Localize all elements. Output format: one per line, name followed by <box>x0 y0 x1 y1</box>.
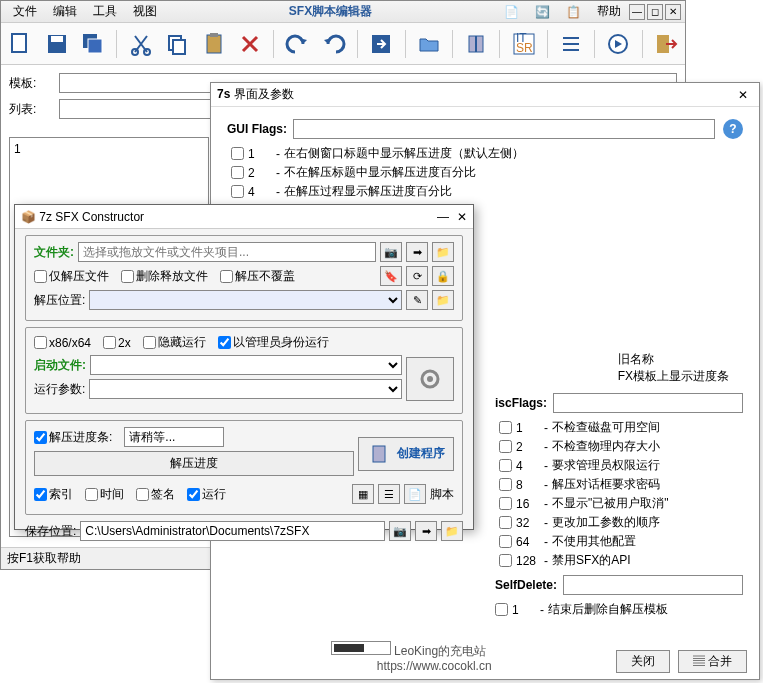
misc-1[interactable] <box>499 421 512 434</box>
svg-rect-2 <box>51 36 63 42</box>
browse2-icon[interactable]: 📁 <box>441 521 463 541</box>
progress-bar-check[interactable] <box>34 431 47 444</box>
archive-icon[interactable] <box>461 28 491 60</box>
cut-icon[interactable] <box>125 28 155 60</box>
save-pos-label: 保存位置: <box>25 523 76 540</box>
svg-rect-8 <box>173 40 185 54</box>
gui-flag-4[interactable] <box>231 185 244 198</box>
svg-rect-10 <box>210 33 218 37</box>
close-button[interactable]: ✕ <box>665 4 681 20</box>
save-icon[interactable] <box>41 28 71 60</box>
sfx-close[interactable]: ✕ <box>457 210 467 224</box>
x86x64-check[interactable] <box>34 336 47 349</box>
arrow2-icon[interactable]: ➡ <box>415 521 437 541</box>
dialog-close-button[interactable]: ✕ <box>733 88 753 102</box>
folder-input[interactable] <box>78 242 376 262</box>
run-args-label: 运行参数: <box>34 381 85 398</box>
grid-icon[interactable]: ▦ <box>352 484 374 504</box>
start-file-select[interactable] <box>90 355 402 375</box>
admin-run-check[interactable] <box>218 336 231 349</box>
credit-text: LeoKing的充电站 https://www.cocokl.cn <box>331 641 492 673</box>
extra-old-name: 旧名称 <box>618 351 729 368</box>
template-label: 模板: <box>9 75 59 92</box>
folder-icon[interactable] <box>414 28 444 60</box>
progress-button[interactable]: 解压进度 <box>34 451 354 476</box>
list-icon[interactable] <box>556 28 586 60</box>
redo-icon[interactable] <box>319 28 349 60</box>
paste-icon[interactable] <box>198 28 228 60</box>
undo-icon[interactable] <box>282 28 312 60</box>
bookmark-icon[interactable]: 🔖 <box>380 266 402 286</box>
list-small-icon[interactable]: ☰ <box>378 484 400 504</box>
only-extract-check[interactable] <box>34 270 47 283</box>
misc-8[interactable] <box>499 478 512 491</box>
list-item[interactable]: 1 <box>14 142 204 156</box>
extract-pos-select[interactable] <box>89 290 402 310</box>
misc-32[interactable] <box>499 516 512 529</box>
merge-button[interactable]: ▤ 合并 <box>678 650 747 673</box>
help-icon[interactable]: ? <box>723 119 743 139</box>
svg-text:SR: SR <box>516 41 533 55</box>
create-button[interactable]: 创建程序 <box>358 437 454 471</box>
run-check[interactable] <box>187 488 200 501</box>
misc-2[interactable] <box>499 440 512 453</box>
sign-check[interactable] <box>136 488 149 501</box>
misc-128[interactable] <box>499 554 512 567</box>
camera-icon[interactable]: 📷 <box>380 242 402 262</box>
svg-rect-0 <box>12 34 26 52</box>
no-overwrite-check[interactable] <box>220 270 233 283</box>
help-icon[interactable]: 📄 <box>496 5 527 19</box>
misc-4[interactable] <box>499 459 512 472</box>
copy-icon[interactable] <box>162 28 192 60</box>
menu-edit[interactable]: 编辑 <box>45 3 85 20</box>
miscflags-input[interactable] <box>553 393 743 413</box>
save-all-icon[interactable] <box>78 28 108 60</box>
player-icon[interactable] <box>603 28 633 60</box>
minimize-button[interactable]: — <box>629 4 645 20</box>
browse-folder-icon[interactable]: 📁 <box>432 242 454 262</box>
folder-small-icon[interactable]: 📁 <box>432 290 454 310</box>
export-icon[interactable] <box>366 28 396 60</box>
camera2-icon[interactable]: 📷 <box>389 521 411 541</box>
index-check[interactable] <box>34 488 47 501</box>
misc-16[interactable] <box>499 497 512 510</box>
selfdelete-1[interactable] <box>495 603 508 616</box>
del-release-check[interactable] <box>121 270 134 283</box>
folder-label: 文件夹: <box>34 244 74 261</box>
menu-tools[interactable]: 工具 <box>85 3 125 20</box>
save-path-input[interactable] <box>80 521 385 541</box>
its-icon[interactable]: ITSR <box>508 28 538 60</box>
settings-gear-icon[interactable] <box>406 357 454 401</box>
run-args-select[interactable] <box>89 379 402 399</box>
window-title: SFX脚本编辑器 <box>165 3 496 20</box>
hidden-run-check[interactable] <box>143 336 156 349</box>
gui-flags-input[interactable] <box>293 119 715 139</box>
close-button[interactable]: 关闭 <box>616 650 670 673</box>
doc-small-icon[interactable]: 📄 <box>404 484 426 504</box>
gui-flag-1[interactable] <box>231 147 244 160</box>
refresh-small-icon[interactable]: ⟳ <box>406 266 428 286</box>
toolbar: ITSR <box>1 23 685 65</box>
exit-icon[interactable] <box>651 28 681 60</box>
delete-icon[interactable] <box>235 28 265 60</box>
doc-icon[interactable]: 📋 <box>558 5 589 19</box>
gui-flag-2[interactable] <box>231 166 244 179</box>
selfdelete-input[interactable] <box>563 575 743 595</box>
menu-view[interactable]: 视图 <box>125 3 165 20</box>
menu-file[interactable]: 文件 <box>5 3 45 20</box>
maximize-button[interactable]: ◻ <box>647 4 663 20</box>
sfx-title: 📦 7z SFX Constructor <box>21 210 437 224</box>
misc-64[interactable] <box>499 535 512 548</box>
new-icon[interactable] <box>5 28 35 60</box>
extra-progress: FX模板上显示进度条 <box>618 368 729 385</box>
lock-icon[interactable]: 🔒 <box>432 266 454 286</box>
sfx-minimize[interactable]: — <box>437 210 449 224</box>
arrow-right-icon[interactable]: ➡ <box>406 242 428 262</box>
x2-check[interactable] <box>103 336 116 349</box>
edit-icon[interactable]: ✎ <box>406 290 428 310</box>
time-check[interactable] <box>85 488 98 501</box>
list-label: 列表: <box>9 101 59 118</box>
please-wait-input[interactable] <box>124 427 224 447</box>
refresh-icon[interactable]: 🔄 <box>527 5 558 19</box>
menu-help[interactable]: 帮助 <box>589 3 629 20</box>
